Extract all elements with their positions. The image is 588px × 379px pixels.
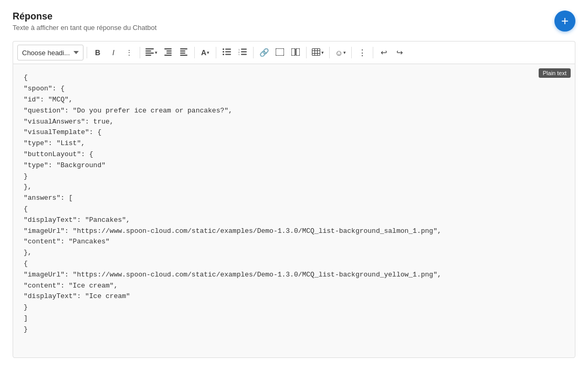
toolbar-divider-7 (329, 47, 330, 58)
bold-button[interactable]: B (90, 45, 105, 60)
svg-rect-15 (225, 52, 231, 53)
svg-rect-1 (145, 50, 151, 52)
undo-icon: ↩ (381, 48, 387, 57)
table-button[interactable]: ▾ (310, 45, 326, 60)
svg-rect-25 (291, 48, 295, 56)
font-color-icon: A (201, 48, 206, 57)
svg-rect-19 (241, 49, 247, 50)
svg-point-14 (223, 51, 224, 53)
heading-select[interactable]: Choose headi...Heading 1Heading 2Heading… (17, 45, 83, 60)
block-icon (291, 48, 300, 57)
toolbar-divider-6 (306, 47, 307, 58)
code-block-button[interactable] (272, 45, 287, 60)
link-icon: 🔗 (259, 48, 269, 57)
more-format-button[interactable]: ⋮ (122, 45, 136, 60)
block-button[interactable] (288, 45, 303, 60)
svg-rect-7 (164, 55, 172, 56)
more-options-button[interactable]: ⋮ (355, 45, 370, 60)
svg-rect-4 (164, 48, 172, 49)
align-chevron-icon: ▾ (155, 50, 158, 55)
svg-rect-23 (241, 54, 247, 55)
ordered-list-icon: 1. 2. 3. (238, 48, 247, 57)
table-chevron-icon: ▾ (321, 50, 324, 55)
align-left-icon (145, 48, 154, 57)
code-block-icon (276, 48, 284, 57)
plus-icon: + (561, 15, 569, 27)
svg-point-16 (223, 54, 224, 55)
svg-rect-3 (145, 55, 151, 56)
toolbar: Choose headi...Heading 1Heading 2Heading… (13, 41, 575, 64)
svg-rect-8 (180, 48, 187, 49)
page-title: Réponse (13, 11, 156, 23)
undo-button[interactable]: ↩ (376, 45, 391, 60)
font-color-chevron-icon: ▾ (207, 50, 209, 55)
svg-rect-26 (296, 48, 300, 56)
toolbar-divider-2 (140, 47, 140, 58)
toolbar-divider-8 (351, 47, 352, 58)
indent-button[interactable] (161, 45, 175, 60)
redo-icon: ↪ (396, 48, 403, 57)
svg-rect-24 (276, 48, 284, 56)
svg-text:3.: 3. (238, 54, 240, 56)
bold-icon: B (95, 48, 100, 57)
unordered-list-button[interactable] (219, 45, 234, 60)
emoji-icon: ☺ (335, 48, 343, 57)
toolbar-divider-5 (253, 47, 254, 58)
table-icon (312, 48, 320, 57)
page-subtitle: Texte à afficher en tant que réponse du … (13, 24, 156, 32)
ordered-list-button[interactable]: 1. 2. 3. (235, 45, 250, 60)
code-content[interactable]: { "spoon": { "id": "MCQ", "question": "D… (13, 64, 575, 343)
more-options-icon: ⋮ (358, 48, 366, 58)
outdent-icon (180, 48, 187, 57)
toolbar-divider-9 (373, 47, 373, 58)
toolbar-divider-4 (216, 47, 216, 58)
header-area: Réponse Texte à afficher en tant que rép… (13, 11, 575, 32)
svg-rect-13 (225, 49, 231, 50)
align-left-button[interactable]: ▾ (143, 45, 160, 60)
more-format-icon: ⋮ (126, 49, 133, 56)
redo-button[interactable]: ↪ (392, 45, 407, 60)
svg-rect-11 (180, 55, 187, 56)
header-text: Réponse Texte à afficher en tant que rép… (13, 11, 156, 32)
svg-point-12 (223, 48, 224, 50)
link-button[interactable]: 🔗 (257, 45, 271, 60)
emoji-chevron-icon: ▾ (343, 50, 346, 55)
indent-icon (164, 48, 172, 57)
italic-button[interactable]: I (106, 45, 121, 60)
svg-rect-2 (145, 53, 154, 54)
italic-icon: I (112, 48, 114, 57)
svg-rect-10 (180, 53, 185, 54)
unordered-list-icon (223, 48, 231, 57)
font-color-button[interactable]: A ▾ (198, 45, 213, 60)
svg-rect-5 (166, 50, 172, 52)
svg-rect-6 (166, 53, 172, 54)
editor-area: Plain text { "spoon": { "id": "MCQ", "qu… (13, 64, 575, 358)
add-button[interactable]: + (554, 11, 575, 32)
svg-rect-0 (145, 48, 154, 49)
emoji-button[interactable]: ☺ ▾ (333, 45, 348, 60)
toolbar-divider-1 (87, 47, 87, 58)
svg-rect-21 (241, 52, 247, 53)
svg-rect-9 (180, 50, 185, 52)
svg-rect-17 (225, 54, 231, 55)
plain-text-badge[interactable]: Plain text (539, 68, 571, 78)
outdent-button[interactable] (176, 45, 191, 60)
svg-rect-27 (312, 48, 320, 55)
toolbar-divider-3 (194, 47, 195, 58)
page-wrapper: Réponse Texte à afficher en tant que rép… (0, 0, 588, 379)
